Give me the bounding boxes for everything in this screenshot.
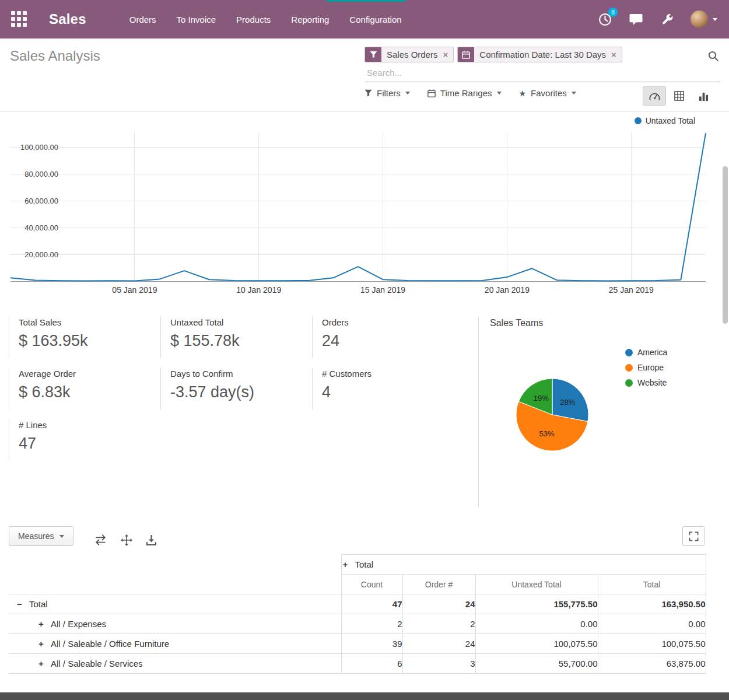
pivot-cell: 2 <box>341 614 402 634</box>
facet-label: Sales Orders <box>387 50 438 60</box>
scrollbar-thumb[interactable] <box>723 166 728 324</box>
pivot-cell: 155,775.50 <box>475 594 598 614</box>
flip-axis-icon[interactable] <box>94 534 107 546</box>
search-input[interactable] <box>366 67 611 78</box>
svg-text:40,000.00: 40,000.00 <box>24 223 58 232</box>
top-navbar: Sales OrdersTo InvoiceProductsReportingC… <box>0 0 729 38</box>
kpi-value: 47 <box>19 435 160 453</box>
view-switch-graph-button[interactable] <box>692 86 715 106</box>
measures-button[interactable]: Measures <box>9 526 73 546</box>
pivot-group-header-total[interactable]: +Total <box>341 555 706 575</box>
pivot-cell: 2 <box>402 614 475 634</box>
pivot-cell: 163,950.50 <box>598 594 706 614</box>
pivot-cell: 100,075.50 <box>475 634 598 654</box>
apps-grid-icon[interactable] <box>11 11 27 27</box>
line-chart-section: Untaxed Total 20,000.0040,000.0060,000.0… <box>0 113 729 309</box>
pie-legend-item-europe[interactable]: Europe <box>625 360 667 375</box>
pie-legend-item-website[interactable]: Website <box>625 375 667 390</box>
nav-item-products[interactable]: Products <box>234 11 273 28</box>
expand-icon[interactable]: + <box>37 619 45 629</box>
control-panel: Sales Analysis Sales Orders×Confirmation… <box>0 38 729 112</box>
svg-text:80,000.00: 80,000.00 <box>24 170 58 178</box>
sales-teams-title: Sales Teams <box>490 318 723 328</box>
collapse-icon[interactable]: − <box>16 599 23 609</box>
pivot-cell: 0.00 <box>475 614 598 634</box>
time-ranges-button[interactable]: Time Ranges <box>427 88 502 98</box>
kpi-lines[interactable]: # Lines47 <box>9 419 160 461</box>
pivot-row-all-expenses: +All / Expenses220.000.00 <box>9 614 706 634</box>
nav-item-configuration[interactable]: Configuration <box>347 11 404 28</box>
svg-text:60,000.00: 60,000.00 <box>24 197 58 205</box>
pivot-toolbar: Measures <box>9 526 720 550</box>
facet-remove-icon[interactable]: × <box>443 50 448 59</box>
wrench-icon[interactable] <box>660 12 674 26</box>
chevron-down-icon <box>405 92 410 94</box>
pivot-cell: 24 <box>402 634 475 654</box>
calendar-icon <box>458 47 474 62</box>
view-switch-dashboard-button[interactable] <box>643 86 666 106</box>
pivot-table: +TotalCountOrder #Untaxed TotalTotal −To… <box>9 554 706 674</box>
expand-icon[interactable]: + <box>342 559 349 569</box>
nav-item-reporting[interactable]: Reporting <box>289 11 331 28</box>
favorites-button[interactable]: ★Favorites <box>519 88 576 98</box>
kpi-total-sales[interactable]: Total Sales$ 163.95k <box>9 316 160 358</box>
kpi-grid: Total Sales$ 163.95kUntaxed Total$ 155.7… <box>9 316 475 461</box>
line-legend-item[interactable]: Untaxed Total <box>635 116 695 125</box>
app-brand[interactable]: Sales <box>49 11 86 27</box>
activity-badge: 8 <box>608 8 618 17</box>
view-switch-pivot-button[interactable] <box>667 86 691 106</box>
graph-view-icon <box>699 92 709 101</box>
expand-icon[interactable]: + <box>37 659 45 668</box>
expand-icon[interactable]: + <box>37 639 45 649</box>
pivot-col-count[interactable]: Count <box>341 575 402 594</box>
pivot-col-untaxed-total[interactable]: Untaxed Total <box>475 575 598 594</box>
download-icon[interactable] <box>146 534 157 546</box>
kpi-untaxed-total[interactable]: Untaxed Total$ 155.78k <box>160 316 312 358</box>
kpi-label: Orders <box>322 317 464 327</box>
chevron-down-icon <box>713 18 717 21</box>
nav-item-to-invoice[interactable]: To Invoice <box>174 11 219 28</box>
pivot-row-label[interactable]: −Total <box>9 594 341 614</box>
pivot-row-label[interactable]: +All / Saleable / Services <box>9 654 341 674</box>
search-icon[interactable] <box>707 50 719 64</box>
pivot-col-total[interactable]: Total <box>598 575 706 594</box>
user-menu[interactable] <box>691 10 717 28</box>
fullscreen-button[interactable] <box>682 526 705 546</box>
filters-button[interactable]: Filters <box>365 88 410 98</box>
nav-menu: OrdersTo InvoiceProductsReportingConfigu… <box>127 11 404 28</box>
page-title: Sales Analysis <box>10 48 100 64</box>
pie-legend-item-america[interactable]: America <box>625 345 667 360</box>
funnel-icon <box>365 89 372 97</box>
pivot-row-label[interactable]: +All / Saleable / Office Furniture <box>9 634 341 654</box>
pivot-cell: 55,700.00 <box>475 654 598 674</box>
search-facet: Confirmation Date: Last 30 Days× <box>457 47 622 62</box>
loading-indicator <box>327 0 405 2</box>
facet-remove-icon[interactable]: × <box>611 50 616 59</box>
expand-all-icon[interactable] <box>121 534 132 546</box>
pivot-row-label[interactable]: +All / Expenses <box>9 614 341 634</box>
kpi-orders[interactable]: Orders24 <box>312 316 464 358</box>
nav-item-orders[interactable]: Orders <box>127 11 159 28</box>
chevron-down-icon <box>572 92 576 94</box>
svg-text:20,000.00: 20,000.00 <box>24 250 58 259</box>
kpi-customers[interactable]: # Customers4 <box>312 368 464 410</box>
pivot-cell: 6 <box>341 654 402 674</box>
pivot-cell: 47 <box>341 594 402 614</box>
kpi-days-to-confirm[interactable]: Days to Confirm-3.57 day(s) <box>160 368 312 410</box>
pivot-col-order[interactable]: Order # <box>402 575 475 594</box>
kpi-value: $ 163.95k <box>19 332 160 350</box>
search-input-row <box>365 65 720 82</box>
activity-clock-icon[interactable]: 8 <box>598 12 612 26</box>
kpi-value: 24 <box>322 332 464 350</box>
pie-legend: AmericaEuropeWebsite <box>625 345 667 390</box>
kpi-average-order[interactable]: Average Order$ 6.83k <box>9 368 160 410</box>
messages-icon[interactable] <box>629 12 643 26</box>
svg-text:53%: 53% <box>539 429 554 438</box>
calendar-icon <box>427 89 436 97</box>
view-switcher <box>643 86 715 106</box>
pivot-row-all-saleable-services: +All / Saleable / Services6355,700.0063,… <box>9 654 706 674</box>
pivot-cell: 39 <box>341 634 402 654</box>
kpi-label: Total Sales <box>19 317 160 327</box>
chevron-down-icon <box>59 535 64 538</box>
search-facet: Sales Orders× <box>365 47 454 62</box>
